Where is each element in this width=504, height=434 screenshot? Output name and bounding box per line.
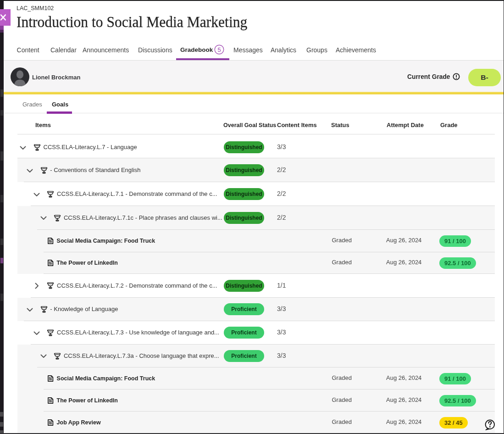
svg-text:5: 5	[217, 46, 221, 53]
